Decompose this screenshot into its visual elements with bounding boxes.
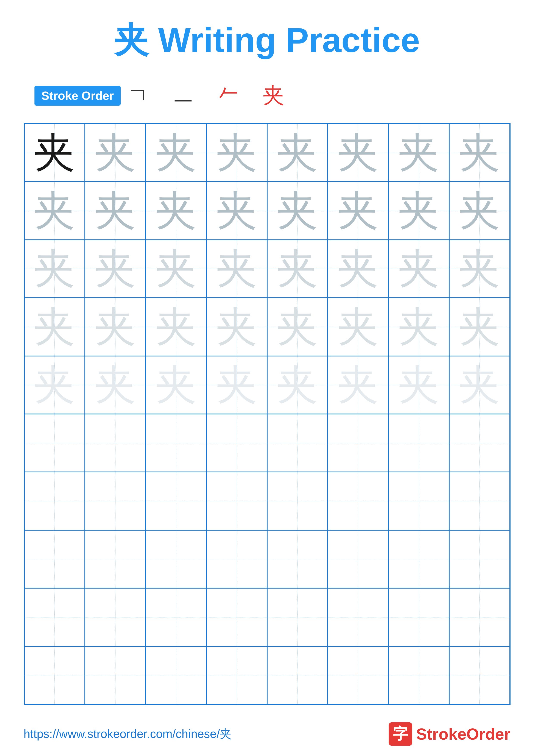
- footer-url[interactable]: https://www.strokeorder.com/chinese/夹: [24, 726, 232, 742]
- grid-char: 夹: [277, 357, 318, 413]
- grid-cell[interactable]: [146, 530, 206, 588]
- grid-char: 夹: [34, 357, 75, 413]
- grid-char: 夹: [338, 357, 378, 413]
- grid-char: 夹: [216, 183, 257, 238]
- grid-cell[interactable]: [449, 646, 510, 704]
- grid-cell[interactable]: [328, 588, 388, 646]
- grid-cell[interactable]: 夹: [449, 240, 510, 298]
- grid-char: 夹: [156, 241, 196, 296]
- grid-char: 夹: [459, 357, 500, 413]
- grid-cell[interactable]: [206, 588, 267, 646]
- footer-logo-icon: 字: [389, 722, 412, 746]
- grid-cell[interactable]: 夹: [267, 356, 328, 414]
- grid-cell[interactable]: 夹: [146, 240, 206, 298]
- grid-cell[interactable]: [449, 588, 510, 646]
- grid-cell[interactable]: [388, 646, 449, 704]
- grid-cell[interactable]: [85, 588, 146, 646]
- grid-char: 夹: [34, 241, 75, 296]
- grid-cell[interactable]: [146, 472, 206, 530]
- grid-cell[interactable]: [24, 588, 85, 646]
- grid-cell[interactable]: [85, 472, 146, 530]
- grid-cell[interactable]: [146, 588, 206, 646]
- grid-cell[interactable]: [267, 588, 328, 646]
- grid-cell[interactable]: [267, 414, 328, 472]
- grid-cell[interactable]: [206, 414, 267, 472]
- grid-cell[interactable]: 夹: [328, 298, 388, 356]
- grid-cell[interactable]: 夹: [206, 124, 267, 182]
- stroke-order-row: Stroke Order ㄱ ㅡ 𠂉 夹: [35, 81, 289, 110]
- grid-cell[interactable]: 夹: [328, 182, 388, 240]
- grid-cell[interactable]: 夹: [85, 124, 146, 182]
- grid-cell[interactable]: [24, 472, 85, 530]
- grid-cell[interactable]: [206, 530, 267, 588]
- grid-cell[interactable]: 夹: [388, 356, 449, 414]
- grid-cell[interactable]: [328, 472, 388, 530]
- grid-cell[interactable]: [449, 530, 510, 588]
- grid-char: 夹: [338, 125, 378, 180]
- grid-cell[interactable]: 夹: [388, 240, 449, 298]
- grid-cell[interactable]: 夹: [267, 182, 328, 240]
- grid-cell[interactable]: 夹: [449, 356, 510, 414]
- grid-cell[interactable]: 夹: [146, 124, 206, 182]
- grid-cell[interactable]: [146, 414, 206, 472]
- grid-cell[interactable]: 夹: [146, 356, 206, 414]
- grid-cell[interactable]: 夹: [24, 298, 85, 356]
- grid-cell[interactable]: 夹: [24, 240, 85, 298]
- grid-char: 夹: [216, 125, 257, 180]
- grid-cell[interactable]: [206, 646, 267, 704]
- grid-char: 夹: [216, 299, 257, 355]
- grid-cell[interactable]: 夹: [388, 182, 449, 240]
- grid-cell[interactable]: [328, 414, 388, 472]
- grid-cell[interactable]: 夹: [85, 240, 146, 298]
- grid-char: 夹: [277, 299, 318, 355]
- grid-cell[interactable]: 夹: [449, 182, 510, 240]
- grid-cell[interactable]: 夹: [267, 298, 328, 356]
- grid-cell[interactable]: 夹: [85, 298, 146, 356]
- grid-cell[interactable]: [24, 646, 85, 704]
- grid-cell[interactable]: [449, 472, 510, 530]
- grid-cell[interactable]: [146, 646, 206, 704]
- grid-cell[interactable]: [85, 646, 146, 704]
- grid-cell[interactable]: 夹: [206, 182, 267, 240]
- grid-cell[interactable]: [24, 414, 85, 472]
- grid-cell[interactable]: 夹: [388, 298, 449, 356]
- grid-cell[interactable]: 夹: [24, 356, 85, 414]
- grid-cell[interactable]: [267, 472, 328, 530]
- grid-char: 夹: [459, 241, 500, 296]
- grid-cell[interactable]: 夹: [449, 298, 510, 356]
- grid-char: 夹: [338, 299, 378, 355]
- grid-cell[interactable]: 夹: [146, 182, 206, 240]
- grid-cell[interactable]: 夹: [85, 182, 146, 240]
- grid-cell[interactable]: 夹: [24, 182, 85, 240]
- grid-cell[interactable]: [388, 530, 449, 588]
- grid-char: 夹: [95, 241, 136, 296]
- grid-cell[interactable]: [85, 530, 146, 588]
- grid-cell[interactable]: [267, 530, 328, 588]
- grid-cell[interactable]: 夹: [24, 124, 85, 182]
- grid-cell[interactable]: 夹: [206, 298, 267, 356]
- grid-char: 夹: [277, 241, 318, 296]
- footer-logo: 字 StrokeOrder: [389, 722, 511, 746]
- grid-cell[interactable]: [449, 414, 510, 472]
- grid-cell[interactable]: 夹: [206, 356, 267, 414]
- grid-cell[interactable]: 夹: [85, 356, 146, 414]
- grid-char: 夹: [95, 357, 136, 413]
- grid-cell[interactable]: 夹: [328, 240, 388, 298]
- grid-cell[interactable]: [206, 472, 267, 530]
- grid-cell[interactable]: [24, 530, 85, 588]
- grid-cell[interactable]: 夹: [328, 124, 388, 182]
- grid-cell[interactable]: [388, 414, 449, 472]
- grid-cell[interactable]: [267, 646, 328, 704]
- grid-cell[interactable]: [85, 414, 146, 472]
- grid-cell[interactable]: 夹: [267, 124, 328, 182]
- grid-cell[interactable]: 夹: [267, 240, 328, 298]
- grid-cell[interactable]: 夹: [206, 240, 267, 298]
- grid-cell[interactable]: 夹: [388, 124, 449, 182]
- grid-cell[interactable]: [388, 588, 449, 646]
- grid-cell[interactable]: [388, 472, 449, 530]
- grid-cell[interactable]: 夹: [328, 356, 388, 414]
- grid-cell[interactable]: [328, 646, 388, 704]
- grid-cell[interactable]: 夹: [146, 298, 206, 356]
- grid-cell[interactable]: 夹: [449, 124, 510, 182]
- grid-cell[interactable]: [328, 530, 388, 588]
